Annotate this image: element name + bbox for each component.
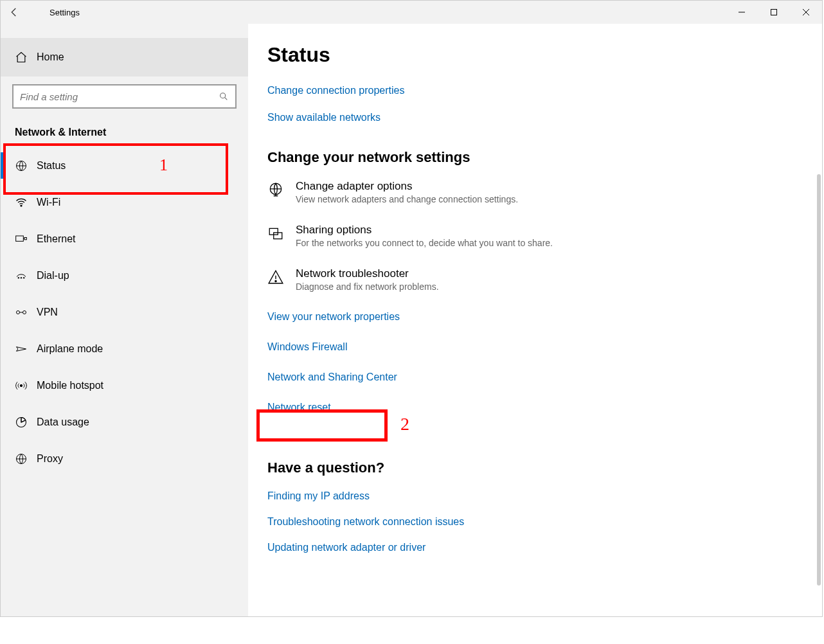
setting-desc: View network adapters and change connect… bbox=[296, 194, 518, 204]
search-input[interactable] bbox=[20, 91, 219, 102]
svg-point-10 bbox=[17, 310, 20, 314]
change-settings-heading: Change your network settings bbox=[267, 149, 822, 166]
ethernet-icon bbox=[15, 233, 37, 246]
scrollbar[interactable] bbox=[817, 174, 821, 586]
sidebar-item-airplane[interactable]: Airplane mode bbox=[1, 330, 248, 367]
body: Home Network & Internet Status Wi-Fi bbox=[1, 24, 822, 616]
sidebar-item-label: Status bbox=[37, 160, 66, 172]
hotspot-icon bbox=[15, 379, 37, 392]
sidebar-item-label: Proxy bbox=[37, 453, 63, 465]
sidebar-item-hotspot[interactable]: Mobile hotspot bbox=[1, 367, 248, 404]
setting-sharing-options[interactable]: Sharing options For the networks you con… bbox=[267, 224, 822, 248]
sidebar-item-label: Ethernet bbox=[37, 233, 75, 245]
maximize-button[interactable] bbox=[758, 1, 790, 24]
sidebar-item-label: VPN bbox=[37, 307, 58, 318]
link-change-connection-properties[interactable]: Change connection properties bbox=[267, 85, 404, 96]
svg-point-4 bbox=[21, 204, 22, 206]
sidebar-item-dialup[interactable]: Dial-up bbox=[1, 257, 248, 294]
sidebar-item-label: Wi-Fi bbox=[37, 197, 60, 208]
setting-change-adapter[interactable]: Change adapter options View network adap… bbox=[267, 180, 822, 204]
link-show-available-networks[interactable]: Show available networks bbox=[267, 112, 381, 123]
svg-point-12 bbox=[20, 384, 22, 386]
annotation-label-2: 2 bbox=[400, 414, 409, 434]
setting-title: Sharing options bbox=[296, 224, 553, 237]
back-button[interactable] bbox=[8, 6, 30, 18]
sidebar-item-label: Mobile hotspot bbox=[37, 380, 103, 391]
wifi-icon bbox=[15, 196, 37, 209]
settings-window: Settings Home Netw bbox=[0, 0, 823, 617]
sidebar-item-wifi[interactable]: Wi-Fi bbox=[1, 184, 248, 220]
sidebar-item-status[interactable]: Status bbox=[1, 147, 248, 184]
setting-desc: Diagnose and fix network problems. bbox=[296, 282, 439, 292]
svg-point-7 bbox=[18, 277, 19, 278]
sidebar-item-proxy[interactable]: Proxy bbox=[1, 440, 248, 477]
sidebar-section-title: Network & Internet bbox=[1, 120, 248, 147]
link-finding-ip[interactable]: Finding my IP address bbox=[267, 490, 370, 502]
search-icon bbox=[219, 91, 229, 102]
sidebar-item-label: Dial-up bbox=[37, 270, 69, 282]
globe-icon bbox=[15, 159, 37, 172]
sidebar-item-label: Airplane mode bbox=[37, 343, 103, 355]
close-button[interactable] bbox=[790, 1, 822, 24]
svg-point-2 bbox=[220, 93, 226, 98]
svg-point-18 bbox=[275, 280, 276, 282]
search-box[interactable] bbox=[12, 84, 237, 109]
link-network-sharing-center[interactable]: Network and Sharing Center bbox=[267, 371, 397, 383]
sharing-icon bbox=[267, 224, 296, 242]
adapter-icon bbox=[267, 180, 296, 198]
setting-troubleshooter[interactable]: Network troubleshooter Diagnose and fix … bbox=[267, 267, 822, 292]
question-heading: Have a question? bbox=[267, 460, 822, 476]
sidebar-item-label: Data usage bbox=[37, 416, 89, 428]
svg-point-9 bbox=[23, 277, 24, 278]
setting-desc: For the networks you connect to, decide … bbox=[296, 238, 553, 248]
minimize-button[interactable] bbox=[726, 1, 758, 24]
setting-title: Change adapter options bbox=[296, 180, 518, 193]
svg-point-11 bbox=[23, 310, 26, 314]
sidebar-item-datausage[interactable]: Data usage bbox=[1, 404, 248, 440]
troubleshoot-icon bbox=[267, 267, 296, 285]
content-panel: Status Change connection properties Show… bbox=[248, 24, 822, 616]
data-usage-icon bbox=[15, 416, 37, 429]
titlebar: Settings bbox=[1, 1, 822, 24]
vpn-icon bbox=[15, 306, 37, 319]
link-update-adapter[interactable]: Updating network adapter or driver bbox=[267, 542, 425, 553]
sidebar-item-vpn[interactable]: VPN bbox=[1, 294, 248, 330]
svg-rect-5 bbox=[16, 236, 24, 241]
link-troubleshoot-connection[interactable]: Troubleshooting network connection issue… bbox=[267, 516, 464, 528]
sidebar-item-ethernet[interactable]: Ethernet bbox=[1, 220, 248, 257]
proxy-icon bbox=[15, 452, 37, 465]
airplane-icon bbox=[15, 343, 37, 355]
home-icon bbox=[15, 51, 37, 64]
svg-rect-1 bbox=[771, 10, 777, 15]
link-windows-firewall[interactable]: Windows Firewall bbox=[267, 341, 347, 353]
link-network-reset[interactable]: Network reset bbox=[267, 402, 331, 413]
dialup-icon bbox=[15, 269, 37, 282]
svg-point-8 bbox=[21, 277, 22, 278]
annotation-label-1: 1 bbox=[159, 156, 168, 175]
setting-title: Network troubleshooter bbox=[296, 267, 439, 280]
page-title: Status bbox=[267, 43, 822, 67]
svg-rect-6 bbox=[24, 237, 26, 239]
link-view-network-properties[interactable]: View your network properties bbox=[267, 311, 400, 323]
window-title: Settings bbox=[30, 8, 80, 17]
sidebar-home[interactable]: Home bbox=[1, 38, 248, 76]
sidebar-home-label: Home bbox=[37, 51, 64, 63]
sidebar: Home Network & Internet Status Wi-Fi bbox=[1, 24, 248, 616]
